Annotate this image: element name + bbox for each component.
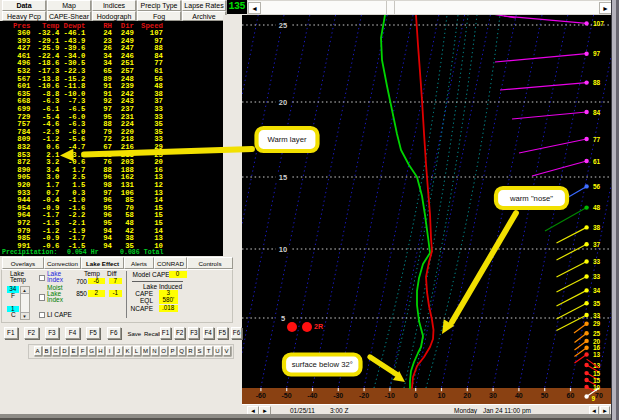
- svg-text:Warm layer: Warm layer: [267, 135, 306, 144]
- svg-text:surface below 32°: surface below 32°: [292, 360, 353, 369]
- svg-text:warm "nose": warm "nose": [509, 194, 553, 203]
